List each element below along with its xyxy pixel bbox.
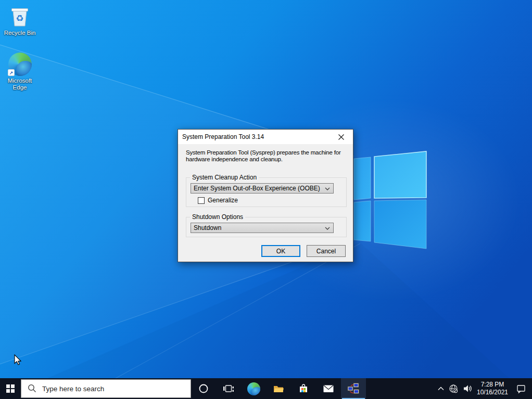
chevron-down-icon (325, 227, 330, 230)
clock-time: 7:28 PM (475, 381, 510, 389)
checkbox-label: Generalize (208, 197, 238, 204)
taskbar-file-explorer-button[interactable] (266, 378, 291, 399)
file-explorer-icon (272, 382, 285, 395)
desktop-icon-label: Microsoft Edge (0, 78, 40, 91)
generalize-checkbox[interactable] (198, 197, 205, 204)
mail-icon (322, 382, 335, 395)
shutdown-options-dropdown[interactable]: Shutdown (191, 223, 334, 233)
dialog-titlebar[interactable]: System Preparation Tool 3.14 (178, 130, 353, 144)
close-button[interactable] (330, 130, 353, 144)
taskbar-sysprep-button[interactable] (341, 378, 366, 399)
system-cleanup-action-group: System Cleanup Action Enter System Out-o… (186, 177, 347, 207)
start-button[interactable] (0, 378, 21, 399)
group-label: Shutdown Options (190, 213, 245, 221)
sysprep-icon (347, 382, 360, 395)
group-label: System Cleanup Action (190, 174, 259, 181)
taskbar-search[interactable] (21, 379, 191, 398)
tray-volume-button[interactable] (460, 378, 475, 399)
chevron-down-icon (325, 187, 330, 190)
cortana-icon (197, 382, 210, 395)
clock-date: 10/16/2021 (475, 389, 510, 396)
ok-button[interactable]: OK (261, 245, 300, 257)
dialog-title: System Preparation Tool 3.14 (182, 133, 264, 140)
cleanup-action-dropdown[interactable]: Enter System Out-of-Box Experience (OOBE… (191, 183, 334, 194)
taskbar-store-button[interactable] (291, 378, 316, 399)
windows-logo-icon (6, 384, 15, 393)
chevron-up-icon (437, 386, 445, 391)
tray-overflow-button[interactable] (435, 378, 447, 399)
system-tray: 7:28 PM 10/16/2021 (435, 378, 532, 399)
shutdown-options-group: Shutdown Options Shutdown (186, 217, 347, 237)
notification-icon (516, 383, 526, 394)
taskbar-clock[interactable]: 7:28 PM 10/16/2021 (475, 381, 510, 396)
desktop-icon-recycle-bin[interactable]: ♻ Recycle Bin (0, 4, 40, 36)
microsoft-edge-icon (247, 382, 260, 395)
dropdown-value: Shutdown (194, 224, 221, 231)
cancel-button[interactable]: Cancel (307, 245, 346, 257)
generalize-checkbox-row[interactable]: Generalize (198, 197, 238, 204)
recycle-bin-icon: ♻ (8, 4, 32, 28)
screen: ♻ Recycle Bin ↗ Microsoft Edge System Pr… (0, 0, 532, 399)
taskbar: 7:28 PM 10/16/2021 (0, 378, 532, 399)
taskbar-mail-button[interactable] (316, 378, 341, 399)
task-view-icon (222, 382, 235, 395)
svg-text:♻: ♻ (16, 13, 23, 23)
dropdown-value: Enter System Out-of-Box Experience (OOBE… (194, 185, 320, 192)
microsoft-store-icon (297, 382, 310, 395)
globe-no-internet-icon (449, 384, 459, 394)
desktop-icon-microsoft-edge[interactable]: ↗ Microsoft Edge (0, 52, 40, 91)
dialog-description-line2: hardware independence and cleanup. (186, 156, 283, 162)
microsoft-edge-icon: ↗ (8, 52, 32, 76)
taskbar-task-view-button[interactable] (216, 378, 241, 399)
dialog-description-line1: System Preparation Tool (Sysprep) prepar… (186, 149, 341, 156)
sysprep-dialog: System Preparation Tool 3.14 System Prep… (178, 129, 353, 262)
search-input[interactable] (21, 379, 191, 398)
tray-network-button[interactable] (447, 378, 460, 399)
taskbar-edge-button[interactable] (241, 378, 266, 399)
shortcut-arrow-icon: ↗ (8, 69, 15, 76)
desktop-icon-label: Recycle Bin (4, 30, 36, 36)
taskbar-cortana-button[interactable] (191, 378, 216, 399)
action-center-button[interactable] (510, 378, 532, 399)
speaker-icon (463, 384, 472, 393)
close-icon (338, 134, 344, 140)
